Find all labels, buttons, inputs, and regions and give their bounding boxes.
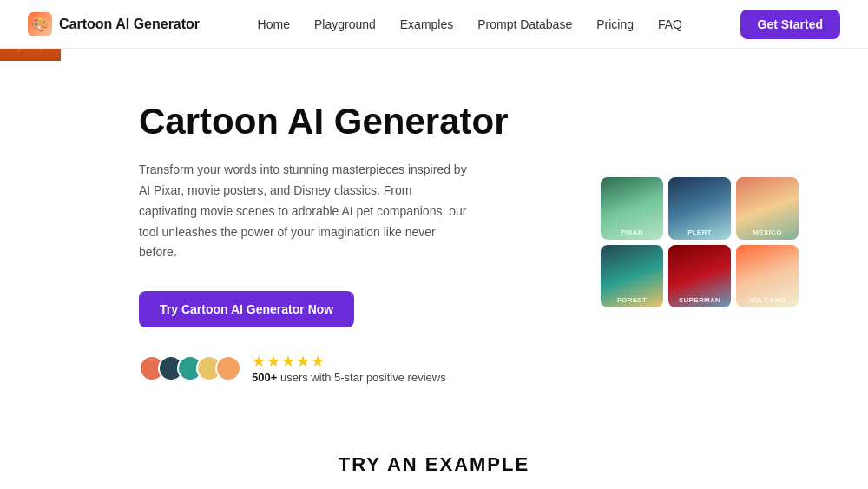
nav-home[interactable]: Home (258, 17, 290, 31)
hero-section: Cartoon AI Generator Transform your word… (0, 49, 868, 419)
hero-image-2: Plert (668, 177, 731, 240)
hero-image-5: Superman (668, 245, 731, 307)
hero-img-label-2: Plert (668, 177, 731, 240)
hero-img-label-1: Pixar (601, 177, 663, 240)
hero-img-label-3: México (736, 177, 799, 240)
examples-section-title: TRY AN EXAMPLE (17, 453, 851, 476)
hero-img-label-5: Superman (668, 245, 731, 307)
hero-description: Transform your words into stunning maste… (139, 160, 469, 263)
hero-img-label-6: Volcano (736, 245, 799, 307)
nav-pricing[interactable]: Pricing (596, 17, 634, 31)
try-now-button[interactable]: Try Cartoon AI Generator Now (139, 291, 354, 327)
nav-prompt-database[interactable]: Prompt Database (477, 17, 572, 31)
avatar-5 (215, 355, 241, 381)
brand-name: Cartoon AI Generator (59, 17, 200, 32)
social-proof: ★★★★★ 500+ users with 5-star positive re… (139, 352, 521, 384)
hero-image-6: Volcano (736, 245, 799, 307)
nav-playground[interactable]: Playground (314, 17, 376, 31)
hero-title: Cartoon AI Generator (139, 101, 521, 142)
review-label: users with 5-star positive reviews (280, 371, 446, 384)
stars-icons: ★★★★★ (252, 352, 446, 371)
get-started-button[interactable]: Get Started (740, 10, 840, 39)
review-count: 500+ (252, 371, 277, 384)
review-text: 500+ users with 5-star positive reviews (252, 371, 446, 384)
navbar: 🎨 Cartoon AI Generator Home Playground E… (0, 0, 868, 49)
hero-image-4: Forest (601, 245, 663, 307)
examples-section: TRY AN EXAMPLE Disney Pixar PIOYAUT Disn… (0, 419, 868, 489)
hero-image-grid: Pixar Plert (601, 177, 799, 307)
nav-faq[interactable]: FAQ (658, 17, 682, 31)
nav-examples[interactable]: Examples (400, 17, 453, 31)
hero-image-3: México (736, 177, 799, 240)
avatar-group (139, 355, 241, 381)
brand-icon: 🎨 (28, 12, 52, 36)
hero-image-1: Pixar (601, 177, 663, 240)
nav-links: Home Playground Examples Prompt Database… (258, 17, 682, 31)
hero-content: Cartoon AI Generator Transform your word… (139, 101, 521, 384)
hero-img-label-4: Forest (601, 245, 663, 307)
stars-rating: ★★★★★ 500+ users with 5-star positive re… (252, 352, 446, 384)
brand-logo[interactable]: 🎨 Cartoon AI Generator (28, 12, 200, 36)
